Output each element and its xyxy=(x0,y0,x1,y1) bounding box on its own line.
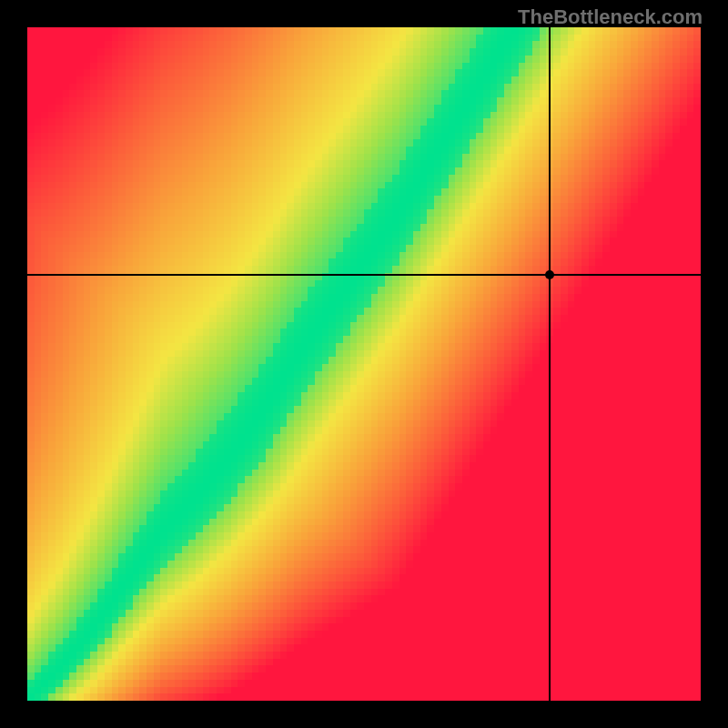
heatmap-plot xyxy=(27,27,701,701)
selection-marker xyxy=(545,270,554,279)
heatmap-canvas xyxy=(27,27,701,701)
chart-frame: TheBottleneck.com xyxy=(0,0,728,728)
crosshair-horizontal xyxy=(27,274,701,276)
watermark-text: TheBottleneck.com xyxy=(518,5,703,29)
crosshair-vertical xyxy=(549,27,551,701)
